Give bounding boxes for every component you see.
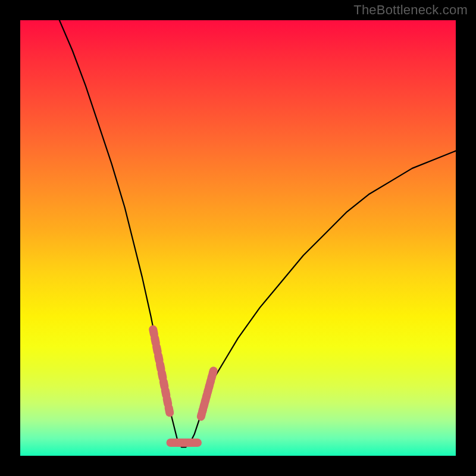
highlight-seg [165, 390, 167, 395]
highlight-seg [167, 399, 168, 404]
highlight-seg [169, 408, 170, 412]
highlight-seg [213, 371, 214, 373]
highlight-group [153, 330, 213, 443]
bottleneck-curve [60, 20, 456, 447]
highlight-seg [158, 356, 159, 361]
highlight-seg [162, 373, 163, 378]
chart-frame: TheBottleneck.com [0, 0, 476, 476]
highlight-seg [155, 338, 156, 343]
curve-group [60, 20, 456, 447]
highlight-seg [156, 347, 158, 352]
highlight-seg [160, 364, 161, 369]
watermark-text: TheBottleneck.com [353, 2, 468, 18]
highlight-seg [164, 382, 165, 387]
chart-svg [20, 20, 456, 456]
highlight-seg [153, 330, 154, 334]
